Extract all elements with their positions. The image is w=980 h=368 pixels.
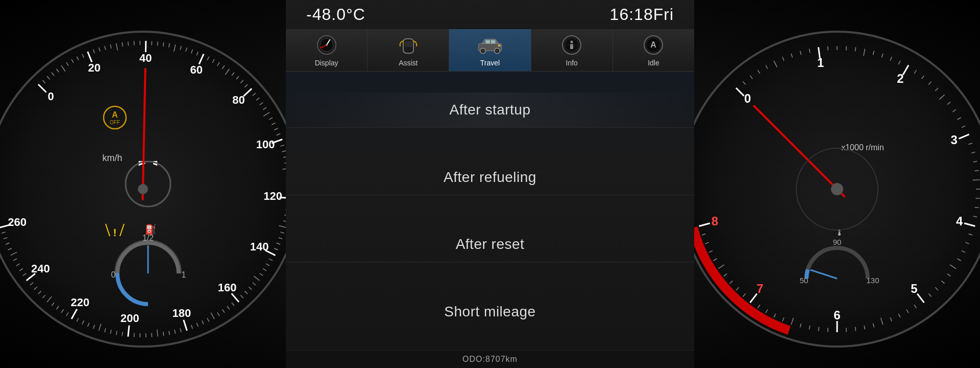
info-tab-icon xyxy=(557,34,586,57)
odo-bar: ODO:8707km xyxy=(286,350,694,368)
assist-tab-icon xyxy=(394,34,423,57)
odo-reading: ODO:8707km xyxy=(462,355,518,363)
menu-item-after-startup[interactable]: After startup xyxy=(286,93,694,128)
menu-list: After startup After refueling After rese… xyxy=(286,72,694,350)
tachometer-canvas xyxy=(694,0,980,368)
svg-rect-6 xyxy=(404,41,412,47)
svg-point-17 xyxy=(571,41,573,43)
after-refueling-label: After refueling xyxy=(444,169,536,186)
tab-idle[interactable]: A Idle xyxy=(613,29,694,71)
top-bar: -48.0°C 16:18Fri xyxy=(286,0,694,29)
short-mileage-label: Short mileage xyxy=(444,304,535,320)
day-value: Fri xyxy=(653,5,674,24)
tab-display[interactable]: Display xyxy=(286,29,368,71)
tab-info[interactable]: Info xyxy=(531,29,613,71)
menu-item-after-refueling[interactable]: After refueling xyxy=(286,160,694,195)
tab-travel-label: Travel xyxy=(480,59,500,67)
svg-point-4 xyxy=(326,44,328,46)
time-display: 16:18Fri xyxy=(610,5,674,24)
svg-rect-14 xyxy=(498,44,501,47)
svg-point-11 xyxy=(482,50,484,52)
after-reset-label: After reset xyxy=(456,236,525,252)
tab-travel[interactable]: Travel xyxy=(449,29,531,71)
idle-tab-icon: A xyxy=(639,34,668,57)
svg-text:A: A xyxy=(651,40,657,49)
svg-rect-8 xyxy=(485,40,490,43)
speedometer-canvas xyxy=(0,0,286,368)
travel-tab-icon xyxy=(476,34,504,57)
after-startup-label: After startup xyxy=(449,102,530,118)
nav-tabs: Display Assist xyxy=(286,29,694,72)
tab-idle-label: Idle xyxy=(648,59,659,67)
menu-item-short-mileage[interactable]: Short mileage xyxy=(286,294,694,329)
tab-assist-label: Assist xyxy=(399,59,418,67)
speedometer-gauge xyxy=(0,0,286,368)
time-value: 16:18 xyxy=(610,5,653,24)
center-panel: -48.0°C 16:18Fri Display xyxy=(286,0,694,368)
svg-point-13 xyxy=(496,50,498,52)
svg-rect-9 xyxy=(491,40,496,43)
tab-info-label: Info xyxy=(566,59,578,67)
temperature-display: -48.0°C xyxy=(306,5,365,24)
dashboard: -48.0°C 16:18Fri Display xyxy=(0,0,980,368)
tachometer-gauge xyxy=(694,0,980,368)
tab-assist[interactable]: Assist xyxy=(368,29,449,71)
display-tab-icon xyxy=(312,34,341,57)
tab-display-label: Display xyxy=(315,59,338,67)
menu-item-after-reset[interactable]: After reset xyxy=(286,227,694,262)
